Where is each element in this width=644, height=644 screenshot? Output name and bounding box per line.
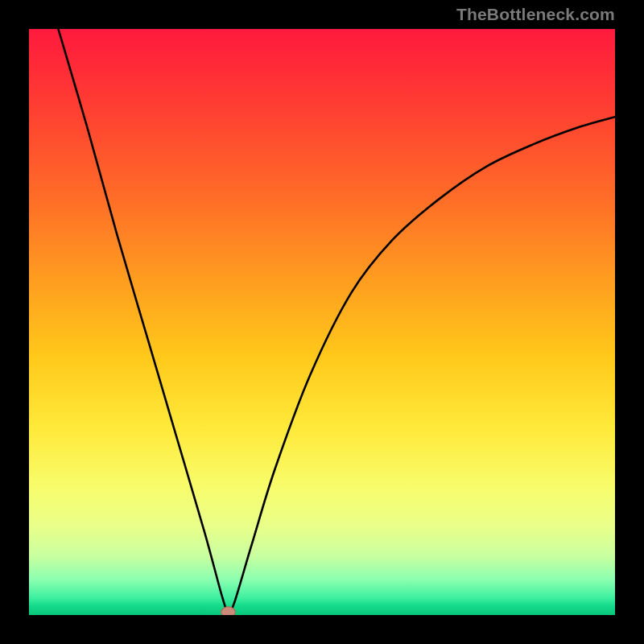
bottleneck-curve [58,29,615,613]
watermark-text: TheBottleneck.com [456,5,615,24]
chart-svg [29,29,615,615]
minimum-marker [221,607,235,615]
chart-frame: TheBottleneck.com [0,0,644,644]
plot-area [29,29,615,615]
